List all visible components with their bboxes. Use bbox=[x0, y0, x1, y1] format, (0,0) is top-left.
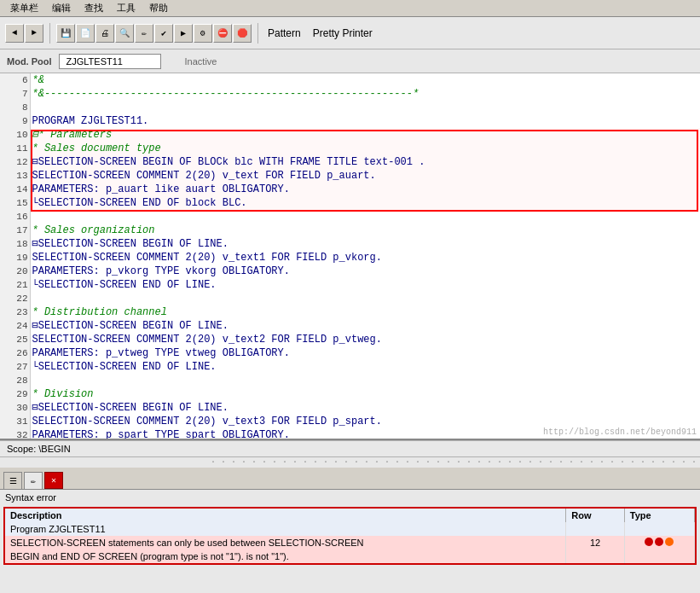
code-cell[interactable] bbox=[30, 374, 700, 387]
menu-help[interactable]: 帮助 bbox=[142, 0, 175, 16]
stop-button[interactable]: 🛑 bbox=[233, 24, 252, 43]
divider-dots: · · · · · · · · · · · · · · · · · · · · … bbox=[0, 457, 700, 468]
code-cell[interactable]: └SELECTION-SCREEN END OF block BLC. bbox=[30, 196, 700, 210]
pattern-label[interactable]: Pattern bbox=[263, 27, 306, 39]
line-number: 12 bbox=[0, 155, 30, 169]
dot-orange-1 bbox=[665, 538, 674, 546]
code-cell[interactable]: └SELECTION-SCREEN END OF LINE. bbox=[30, 278, 700, 292]
check-button[interactable]: ✔ bbox=[154, 24, 173, 43]
line-number: 8 bbox=[0, 101, 30, 114]
code-cell[interactable]: SELECTION-SCREEN COMMENT 2(20) v_text3 F… bbox=[30, 415, 700, 428]
code-cell[interactable]: *& bbox=[30, 73, 700, 87]
table-row: 24 ⊟SELECTION-SCREEN BEGIN OF LINE. bbox=[0, 319, 700, 333]
menu-edit[interactable]: 编辑 bbox=[45, 0, 78, 16]
pencil-button[interactable]: ✏ bbox=[135, 24, 153, 43]
error-row-program[interactable]: Program ZJGLTEST11 bbox=[5, 522, 695, 536]
code-cell[interactable]: SELECTION-SCREEN COMMENT 2(20) v_text1 F… bbox=[30, 251, 700, 265]
line-number: 29 bbox=[0, 387, 30, 401]
nav-buttons: ◄ ► bbox=[3, 24, 45, 43]
code-cell[interactable]: * Sales document type bbox=[30, 142, 700, 155]
toolbar: ◄ ► 💾 📄 🖨 🔍 ✏ ✔ ▶ ⚙ ⛔ 🛑 Pattern Pretty P… bbox=[0, 17, 700, 49]
test-button[interactable]: ⚙ bbox=[194, 24, 212, 43]
error-table-container: Description Row Type Program ZJGLTEST11 … bbox=[3, 507, 697, 565]
forward-button[interactable]: ► bbox=[25, 24, 43, 43]
error-row-1[interactable]: SELECTION-SCREEN statements can only be … bbox=[5, 536, 695, 549]
program-type bbox=[624, 522, 694, 536]
line-number: 31 bbox=[0, 415, 30, 428]
pretty-printer-label[interactable]: Pretty Printer bbox=[308, 27, 378, 39]
table-row: 23 * Distribution channel bbox=[0, 305, 700, 319]
line-number: 30 bbox=[0, 401, 30, 415]
line-number: 26 bbox=[0, 346, 30, 360]
table-row: 14 PARAMETERS: p_auart like auart OBLIGA… bbox=[0, 183, 700, 196]
bottom-tabs: ☰ ✏ ✕ bbox=[0, 468, 700, 490]
find-button[interactable]: 🔍 bbox=[115, 24, 134, 43]
table-row: 10 ⊟* Parameters bbox=[0, 128, 700, 142]
line-number: 25 bbox=[0, 333, 30, 346]
error2-desc: BEGIN and END OF SCREEN (program type is… bbox=[5, 549, 566, 563]
table-row: 29 * Division bbox=[0, 387, 700, 401]
code-cell[interactable]: ⊟* Parameters bbox=[30, 128, 700, 142]
line-number: 32 bbox=[0, 428, 30, 440]
editor-area[interactable]: 6 *&7 *&--------------------------------… bbox=[0, 73, 700, 440]
tab-close-button[interactable]: ✕ bbox=[44, 472, 63, 489]
table-row: 16 bbox=[0, 210, 700, 224]
line-number: 20 bbox=[0, 265, 30, 278]
table-row: 27 └SELECTION-SCREEN END OF LINE. bbox=[0, 360, 700, 374]
table-row: 19 SELECTION-SCREEN COMMENT 2(20) v_text… bbox=[0, 251, 700, 265]
scopebar: Scope: \BEGIN bbox=[0, 440, 700, 457]
tab-list-icon[interactable]: ☰ bbox=[3, 472, 22, 489]
new-button[interactable]: 📄 bbox=[76, 24, 95, 43]
back-button[interactable]: ◄ bbox=[5, 24, 24, 43]
error2-row bbox=[566, 549, 625, 563]
code-cell[interactable]: * Division bbox=[30, 387, 700, 401]
program-name-value: ZJGLTEST11 bbox=[59, 54, 161, 69]
col-description: Description bbox=[5, 509, 566, 522]
code-cell[interactable]: ⊟SELECTION-SCREEN BEGIN OF LINE. bbox=[30, 401, 700, 415]
table-row: 20 PARAMETERS: p_vkorg TYPE vkorg OBLIGA… bbox=[0, 265, 700, 278]
table-row: 22 bbox=[0, 292, 700, 305]
menu-tools[interactable]: 工具 bbox=[110, 0, 142, 16]
code-cell[interactable]: PARAMETERS: p_vtweg TYPE vtweg OBLIGATOR… bbox=[30, 346, 700, 360]
code-cell[interactable]: SELECTION-SCREEN COMMENT 2(20) v_text2 F… bbox=[30, 333, 700, 346]
print-button[interactable]: 🖨 bbox=[95, 24, 114, 43]
line-number: 22 bbox=[0, 292, 30, 305]
line-number: 16 bbox=[0, 210, 30, 224]
code-cell[interactable]: PROGRAM ZJGLTEST11. bbox=[30, 114, 700, 128]
code-cell[interactable]: ⊟SELECTION-SCREEN BEGIN OF BLOCk blc WIT… bbox=[30, 155, 700, 169]
debug-button[interactable]: ⛔ bbox=[213, 24, 232, 43]
code-cell[interactable] bbox=[30, 292, 700, 305]
table-row: 31 SELECTION-SCREEN COMMENT 2(20) v_text… bbox=[0, 415, 700, 428]
code-cell[interactable]: SELECTION-SCREEN COMMENT 2(20) v_text FO… bbox=[30, 169, 700, 183]
code-cell[interactable]: PARAMETERS: p_vkorg TYPE vkorg OBLIGATOR… bbox=[30, 265, 700, 278]
code-cell[interactable]: * Distribution channel bbox=[30, 305, 700, 319]
line-number: 23 bbox=[0, 305, 30, 319]
code-cell[interactable] bbox=[30, 101, 700, 114]
code-cell[interactable]: ⊟SELECTION-SCREEN BEGIN OF LINE. bbox=[30, 319, 700, 333]
code-cell[interactable] bbox=[30, 210, 700, 224]
code-cell[interactable]: ⊟SELECTION-SCREEN BEGIN OF LINE. bbox=[30, 237, 700, 251]
menu-find[interactable]: 查找 bbox=[78, 0, 110, 16]
table-row: 7 *&------------------------------------… bbox=[0, 87, 700, 101]
code-cell[interactable]: └SELECTION-SCREEN END OF LINE. bbox=[30, 360, 700, 374]
line-number: 11 bbox=[0, 142, 30, 155]
save-button[interactable]: 💾 bbox=[56, 24, 75, 43]
activate-button[interactable]: ▶ bbox=[174, 24, 193, 43]
sep2 bbox=[257, 23, 258, 44]
line-number: 15 bbox=[0, 196, 30, 210]
col-row: Row bbox=[566, 509, 625, 522]
error-table-header-row: Description Row Type bbox=[5, 509, 695, 522]
code-cell[interactable]: * Sales organization bbox=[30, 224, 700, 237]
code-cell[interactable]: PARAMETERS: p_auart like auart OBLIGATOR… bbox=[30, 183, 700, 196]
error-dots bbox=[645, 538, 674, 546]
line-number: 9 bbox=[0, 114, 30, 128]
menu-menubar[interactable]: 菜单栏 bbox=[3, 0, 45, 16]
action-buttons: 💾 📄 🖨 🔍 ✏ ✔ ▶ ⚙ ⛔ 🛑 bbox=[55, 24, 253, 43]
bottom-panel: ☰ ✏ ✕ Syntax error Description Row Type … bbox=[0, 468, 700, 593]
code-cell[interactable]: *&--------------------------------------… bbox=[30, 87, 700, 101]
table-row: 8 bbox=[0, 101, 700, 114]
dot-red-1 bbox=[645, 538, 653, 546]
error-row-2[interactable]: BEGIN and END OF SCREEN (program type is… bbox=[5, 549, 695, 563]
tab-edit-icon[interactable]: ✏ bbox=[24, 472, 43, 489]
error1-type bbox=[624, 536, 694, 549]
